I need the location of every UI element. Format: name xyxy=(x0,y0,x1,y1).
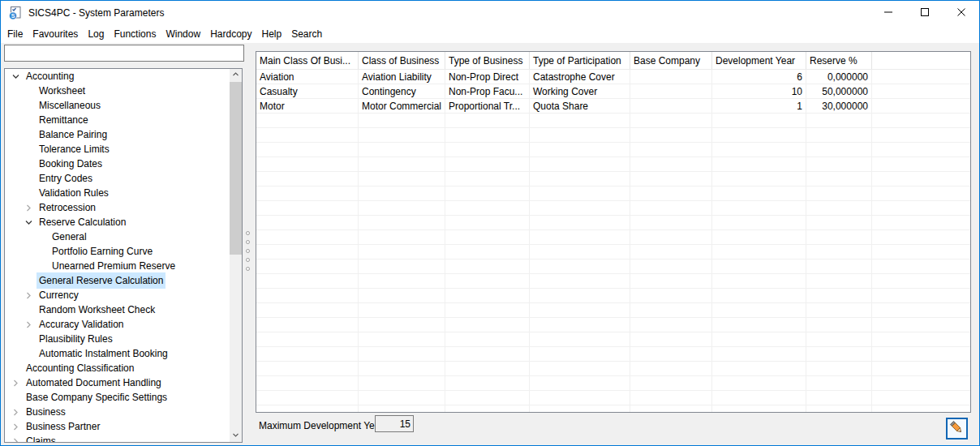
menu-item-functions[interactable]: Functions xyxy=(114,25,156,43)
table-cell-empty xyxy=(872,274,971,289)
minimize-button[interactable] xyxy=(870,1,906,25)
tree-item-miscellaneous[interactable]: Miscellaneous xyxy=(5,98,230,113)
tree-item-general-reserve-calculation[interactable]: General Reserve Calculation xyxy=(5,273,230,288)
table-cell-empty xyxy=(445,405,530,414)
tree-item-balance-pairing[interactable]: Balance Pairing xyxy=(5,127,230,142)
column-header-development-year[interactable]: Development Year xyxy=(712,52,806,70)
tree-item-worksheet[interactable]: Worksheet xyxy=(5,84,230,98)
table-cell-empty xyxy=(872,376,971,391)
menu-item-hardcopy[interactable]: Hardcopy xyxy=(210,25,251,43)
table-row[interactable]: AviationAviation LiabilityNon-Prop Direc… xyxy=(256,70,970,84)
tree-item-validation-rules[interactable]: Validation Rules xyxy=(5,186,230,200)
column-header-type-of-business[interactable]: Type of Business xyxy=(445,52,530,70)
menu-item-help[interactable]: Help xyxy=(261,25,282,43)
column-header-base-company[interactable]: Base Company xyxy=(630,52,712,70)
table-cell-empty xyxy=(806,187,872,201)
table-cell-empty xyxy=(359,347,445,362)
menu-item-favourites[interactable]: Favourites xyxy=(32,25,78,43)
tree-item-label: Portfolio Earning Curve xyxy=(49,243,155,259)
table-cell-empty xyxy=(806,303,872,318)
table-row-empty xyxy=(256,259,970,274)
tree-item-base-company-specific-settings[interactable]: Base Company Specific Settings xyxy=(5,390,230,405)
table-cell-empty xyxy=(530,187,630,201)
table-cell-empty xyxy=(530,405,630,414)
chevron-spacer xyxy=(24,157,37,171)
table-cell-empty xyxy=(359,172,445,187)
table-cell-empty xyxy=(530,157,630,172)
table-cell-empty xyxy=(872,332,971,347)
tree-item-label: Entry Codes xyxy=(37,170,95,187)
column-header-class-of-business[interactable]: Class of Business xyxy=(359,52,445,70)
scrollbar-down-button[interactable] xyxy=(230,430,242,442)
table-row[interactable]: CasualtyContingencyNon-Prop Facu...Worki… xyxy=(256,84,970,99)
tree-item-entry-codes[interactable]: Entry Codes xyxy=(5,171,230,186)
table-cell-empty xyxy=(630,230,712,245)
table-row-empty xyxy=(256,405,970,414)
edit-button[interactable] xyxy=(946,418,968,440)
tree-item-currency[interactable]: Currency xyxy=(5,288,230,302)
tree-item-retrocession[interactable]: Retrocession xyxy=(5,200,230,215)
tree-item-automatic-instalment-booking[interactable]: Automatic Instalment Booking xyxy=(5,346,230,361)
tree-item-general[interactable]: General xyxy=(5,229,230,244)
table-row-empty xyxy=(256,114,970,128)
table-cell-empty xyxy=(256,347,359,362)
menu-item-file[interactable]: File xyxy=(7,25,23,43)
table-cell-empty xyxy=(256,376,359,391)
chevron-right-icon xyxy=(11,375,24,390)
table-cell-empty xyxy=(359,201,445,216)
table-cell-empty xyxy=(872,391,971,405)
tree-item-business[interactable]: Business xyxy=(5,405,230,419)
tree-item-label: Claims xyxy=(24,433,58,442)
table-cell-empty xyxy=(256,128,359,143)
menu-item-log[interactable]: Log xyxy=(88,25,104,43)
tree-item-random-worksheet-check[interactable]: Random Worksheet Check xyxy=(5,302,230,317)
tree-item-label: Miscellaneous xyxy=(37,97,103,114)
table-cell-empty xyxy=(872,201,971,216)
table-cell-empty xyxy=(530,332,630,347)
table-cell-empty xyxy=(359,114,445,128)
menu-item-window[interactable]: Window xyxy=(165,25,200,43)
table-cell-empty xyxy=(806,216,872,230)
maximize-button[interactable] xyxy=(906,1,943,25)
tree-item-business-partner[interactable]: Business Partner xyxy=(5,419,230,434)
scrollbar-up-button[interactable] xyxy=(230,69,242,81)
tree-item-claims[interactable]: Claims xyxy=(5,434,230,442)
tree-item-accounting-classification[interactable]: Accounting Classification xyxy=(5,361,230,375)
parameters-table: Main Class Of Busi...Class of BusinessTy… xyxy=(256,52,970,413)
tree-filter-input[interactable] xyxy=(4,45,244,62)
splitter-handle[interactable] xyxy=(244,68,252,443)
title-bar[interactable]: S SICS4PC - System Parameters xyxy=(1,1,979,25)
tree-item-accuracy-validation[interactable]: Accuracy Validation xyxy=(5,317,230,332)
table-cell-empty xyxy=(712,376,806,391)
tree-item-reserve-calculation[interactable]: Reserve Calculation xyxy=(5,215,230,229)
column-header-type-of-participation[interactable]: Type of Participation xyxy=(530,52,630,70)
tree-item-label: General xyxy=(49,229,89,245)
column-header-main-class-of-busi-[interactable]: Main Class Of Busi... xyxy=(256,52,359,70)
tree-item-plausibility-rules[interactable]: Plausibility Rules xyxy=(5,332,230,346)
tree-item-label: Automated Document Handling xyxy=(24,375,164,391)
tree-item-unearned-premium-reserve[interactable]: Unearned Premium Reserve xyxy=(5,259,230,273)
menu-item-search[interactable]: Search xyxy=(291,25,322,43)
table-cell: 0,000000 xyxy=(806,70,872,84)
max-development-years-input[interactable] xyxy=(375,415,414,432)
tree-item-portfolio-earning-curve[interactable]: Portfolio Earning Curve xyxy=(5,244,230,259)
tree-item-automated-document-handling[interactable]: Automated Document Handling xyxy=(5,375,230,390)
tree-scrollbar[interactable] xyxy=(230,69,242,442)
scrollbar-thumb[interactable] xyxy=(230,82,242,255)
window-controls xyxy=(870,1,979,25)
tree-item-remittance[interactable]: Remittance xyxy=(5,113,230,127)
tree-item-tolerance-limits[interactable]: Tolerance Limits xyxy=(5,142,230,157)
table-cell-empty xyxy=(530,114,630,128)
tree-item-label-selected: General Reserve Calculation xyxy=(37,272,165,289)
table-row[interactable]: MotorMotor CommercialProportional Tr...Q… xyxy=(256,99,970,114)
table-cell-empty xyxy=(806,245,872,259)
chevron-spacer xyxy=(24,113,37,127)
close-button[interactable] xyxy=(943,1,979,25)
table-cell-empty xyxy=(872,405,971,414)
table-cell-empty xyxy=(256,362,359,376)
tree-item-booking-dates[interactable]: Booking Dates xyxy=(5,157,230,171)
table-cell-empty xyxy=(530,391,630,405)
tree-item-accounting[interactable]: Accounting xyxy=(5,69,230,84)
column-header-reserve-%[interactable]: Reserve % xyxy=(806,52,872,70)
table-cell-empty xyxy=(445,216,530,230)
